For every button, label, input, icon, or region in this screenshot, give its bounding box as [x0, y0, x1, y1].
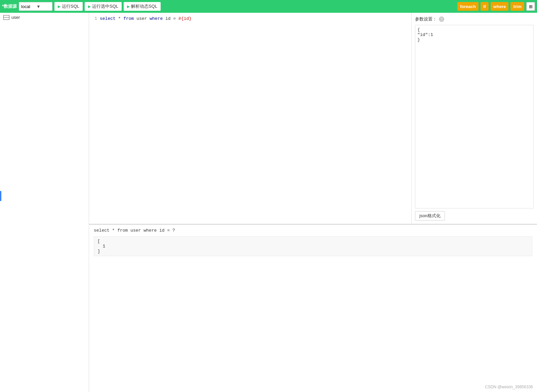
run-sql-label: 运行SQL — [62, 3, 79, 9]
parse-dynamic-sql-button[interactable]: ▶ 解析动态SQL — [124, 2, 161, 11]
result-params: [ 1 ] — [94, 236, 532, 256]
params-label: 参数设置： — [415, 16, 437, 22]
info-icon-text: ? — [441, 17, 443, 21]
params-textarea[interactable]: { "id":1 } — [415, 25, 534, 208]
selection-indicator — [0, 191, 1, 201]
watermark: CSDN @weixin_39856336 — [485, 385, 533, 389]
grid-layout-button[interactable]: ⊞ — [526, 2, 535, 11]
result-area: select * from user where id = ? [ 1 ] — [89, 225, 537, 392]
sql-editor[interactable]: 1 select * from user where id = #{id} — [89, 13, 412, 224]
line-number: 1 — [89, 15, 97, 22]
run-selected-sql-label: 运行选中SQL — [92, 3, 118, 9]
params-header: 参数设置： ? — [415, 16, 534, 22]
sidebar: user — [0, 13, 89, 392]
table-icon — [3, 15, 9, 20]
run-sql-button[interactable]: ▶ 运行SQL — [54, 2, 83, 11]
run-selected-sql-button[interactable]: ▶ 运行选中SQL — [85, 2, 122, 11]
parse-dynamic-sql-label: 解析动态SQL — [131, 3, 157, 9]
json-format-button[interactable]: json格式化 — [415, 211, 445, 221]
grid-icon: ⊞ — [529, 4, 533, 9]
toolbar: *数据源 local ▼ ▶ 运行SQL ▶ 运行选中SQL ▶ 解析动态SQL… — [0, 0, 537, 13]
main-layout: user 1 select * from user where id = #{i… — [0, 13, 537, 392]
sidebar-item-label: user — [11, 15, 20, 20]
line-numbers: 1 — [89, 15, 100, 22]
sql-code-input[interactable]: select * from user where id = #{id} — [100, 15, 411, 22]
sidebar-item-user[interactable]: user — [0, 13, 89, 22]
content-area: 1 select * from user where id = #{id} 参数… — [89, 13, 537, 392]
datasource-select[interactable]: local ▼ — [19, 2, 52, 11]
play-icon: ▶ — [58, 4, 60, 9]
result-sql: select * from user where id = ? — [94, 228, 532, 233]
play-icon: ▶ — [88, 4, 91, 9]
foreach-tag-button[interactable]: foreach — [457, 2, 479, 11]
editor-area: 1 select * from user where id = #{id} 参数… — [89, 13, 537, 225]
chevron-down-icon: ▼ — [36, 4, 50, 9]
datasource-value: local — [21, 4, 35, 9]
if-tag-button[interactable]: if — [481, 2, 489, 11]
params-panel: 参数设置： ? { "id":1 } json格式化 — [412, 13, 537, 224]
trim-tag-button[interactable]: trim — [510, 2, 524, 11]
play-icon: ▶ — [127, 4, 130, 9]
datasource-label: *数据源 — [2, 3, 17, 9]
info-icon[interactable]: ? — [439, 16, 444, 22]
where-tag-button[interactable]: where — [491, 2, 509, 11]
